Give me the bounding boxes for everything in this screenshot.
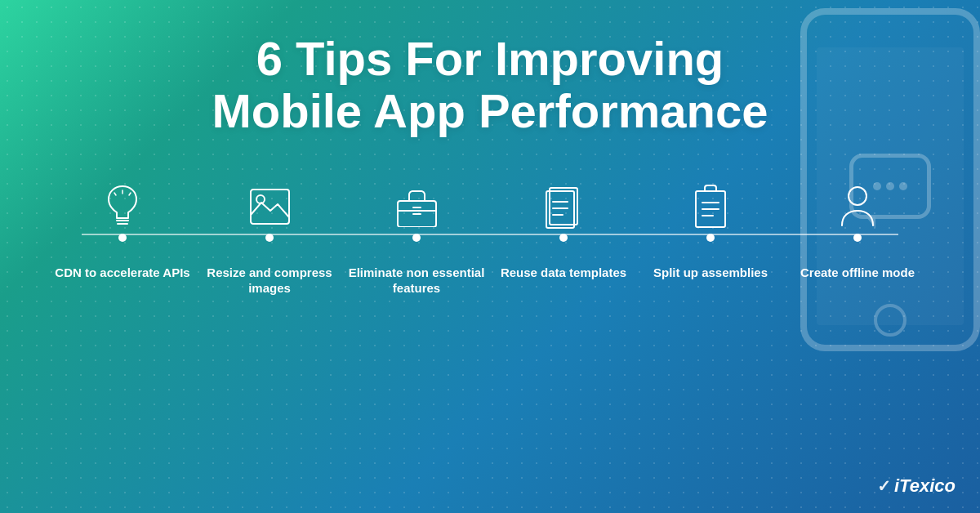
tip-label-2: Resize and compress images [196, 265, 343, 297]
logo-symbol: ✓ [877, 476, 891, 496]
tip-item-2: Resize and compress images [196, 178, 343, 297]
svg-rect-11 [550, 188, 577, 225]
tip-label-5: Split up assemblies [653, 265, 768, 281]
tips-section: CDN to accelerate APIs Resize and compre… [0, 178, 980, 297]
clipboard-icon [690, 183, 731, 230]
tip-icon-wrapper-3 [388, 178, 445, 235]
svg-line-4 [129, 193, 131, 195]
main-title: 6 Tips For Improving Mobile App Performa… [212, 33, 768, 137]
tip-icon-wrapper-4 [535, 178, 592, 235]
tip-icon-wrapper-6 [829, 178, 886, 235]
svg-point-20 [849, 187, 866, 205]
title-section: 6 Tips For Improving Mobile App Performa… [179, 33, 800, 137]
tip-item-3: Eliminate non essential features [343, 178, 490, 297]
timeline-dot-6 [853, 234, 862, 242]
timeline-dot-3 [412, 234, 421, 242]
svg-rect-12 [546, 191, 574, 228]
tip-label-4: Reuse data templates [501, 265, 626, 281]
logo: ✓ iTexico [877, 475, 956, 497]
tip-icon-wrapper-1 [94, 178, 151, 235]
logo-text: iTexico [894, 475, 956, 497]
tip-item-1: CDN to accelerate APIs [49, 178, 196, 281]
tip-item-5: Split up assemblies [637, 178, 784, 281]
person-icon [837, 183, 878, 230]
tip-icon-wrapper-2 [241, 178, 298, 235]
tip-item-6: Create offline mode [784, 178, 931, 281]
tip-label-6: Create offline mode [800, 265, 915, 281]
lightbulb-icon [102, 182, 143, 231]
briefcase-icon [394, 186, 439, 227]
tip-label-1: CDN to accelerate APIs [55, 265, 189, 281]
tip-label-3: Eliminate non essential features [343, 265, 490, 297]
timeline-dot-5 [706, 234, 715, 242]
timeline-dot-1 [118, 234, 127, 242]
image-icon [247, 186, 292, 227]
document-list-icon [543, 184, 584, 229]
timeline-dot-2 [265, 234, 274, 242]
tip-icon-wrapper-5 [682, 178, 739, 235]
svg-point-6 [256, 195, 265, 203]
svg-rect-5 [251, 190, 289, 224]
tip-item-4: Reuse data templates [490, 178, 637, 281]
timeline-dot-4 [559, 234, 568, 242]
app-container: 6 Tips For Improving Mobile App Performa… [0, 0, 980, 513]
svg-line-3 [114, 193, 116, 195]
